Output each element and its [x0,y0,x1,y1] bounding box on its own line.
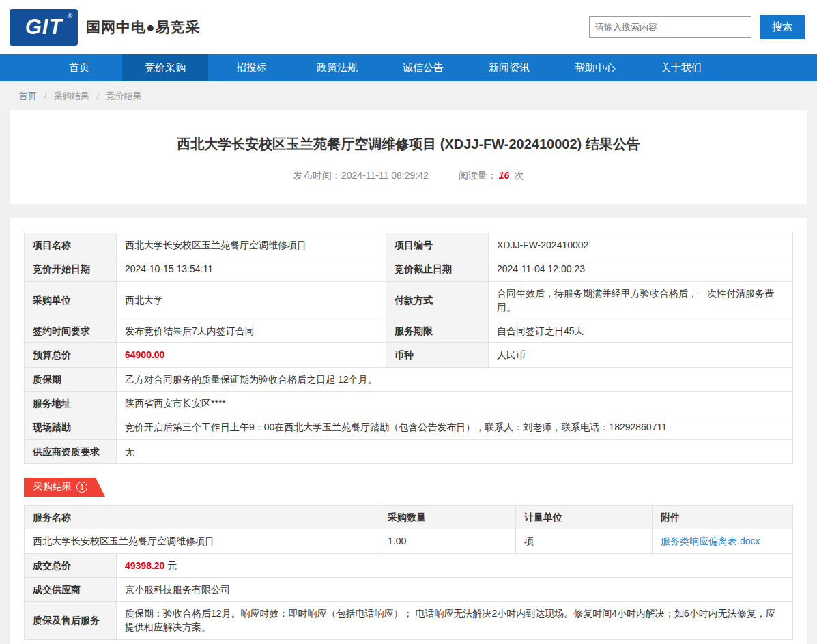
nav-item-bid-procurement[interactable]: 竞价采购 [122,54,208,81]
info-label: 付款方式 [386,281,489,319]
table-row: 供应商资质要求 无 [25,439,793,463]
table-row: 预算总价 64900.00 币种 人民币 [25,343,793,367]
info-value: 陕西省西安市长安区**** [117,392,793,415]
table-row: 竞价开始日期 2024-10-15 13:54:11 竞价截止日期 2024-1… [25,257,793,281]
breadcrumb: 首页 / 采购结果 / 竞价结果 [0,81,817,110]
warranty-label: 质保及售后服务 [25,602,117,640]
table-row: 质保及售后服务 质保期：验收合格后12月。响应时效：即时响应（包括电话响应）； … [25,602,793,640]
info-value: 2024-10-15 13:54:11 [117,257,386,281]
result-ribbon: 采购结果 1 [24,478,105,497]
info-value: 无 [117,439,793,463]
main-nav: 首页 竞价采购 招投标 政策法规 诚信公告 新闻资讯 帮助中心 关于我们 [0,54,817,81]
attachment-cell: 服务类响应偏离表.docx [653,529,793,553]
announcement-body-card: 项目名称 西北大学长安校区玉兰苑餐厅空调维修项目 项目编号 XDJJ-FW-20… [10,218,807,644]
search-bar: 搜索 [589,15,805,39]
info-value: 发布竞价结果后7天内签订合同 [117,319,386,343]
nav-item-news[interactable]: 新闻资讯 [466,54,552,81]
search-button[interactable]: 搜索 [760,15,805,39]
info-value: 人民币 [489,343,793,367]
nav-item-credit-notices[interactable]: 诚信公告 [380,54,466,81]
table-row: 项目名称 西北大学长安校区玉兰苑餐厅空调维修项目 项目编号 XDJJ-FW-20… [25,233,793,257]
info-label: 签约时间要求 [25,319,117,343]
table-row: 服务地址 陕西省西安市长安区**** [25,392,793,415]
info-label: 项目名称 [25,233,117,257]
nav-item-policies[interactable]: 政策法规 [294,54,380,81]
info-value: XDJJ-FW-202410002 [489,233,793,257]
info-value: 乙方对合同服务的质量保证期为验收合格后之日起 12个月。 [117,367,793,391]
supplier-label: 成交供应商 [25,577,117,601]
git-logo[interactable]: GIT ® [10,9,78,46]
breadcrumb-procurement-results[interactable]: 采购结果 [54,91,89,101]
col-attachment: 附件 [653,505,793,529]
info-label: 服务期限 [386,319,489,343]
breadcrumb-bid-results: 竞价结果 [106,91,142,101]
top-header: GIT ® 国网中电●易竞采 搜索 [0,0,817,54]
nav-item-home[interactable]: 首页 [36,54,122,81]
col-unit: 计量单位 [516,505,653,529]
views-count: 16 [499,170,510,181]
info-label: 供应商资质要求 [25,439,117,463]
budget-total-value: 64900.00 [117,343,386,367]
info-value: 2024-11-04 12:00:23 [489,257,793,281]
col-quantity: 采购数量 [379,505,516,529]
info-label: 预算总价 [25,343,117,367]
warranty-value: 质保期：验收合格后12月。响应时效：即时响应（包括电话响应）； 电话响应无法解决… [117,602,793,640]
views-label: 阅读量： [459,170,497,181]
logo-text: GIT [25,15,63,40]
table-row: 成交供应商 京小服科技服务有限公司 [25,577,793,601]
table-row: 现场踏勘 竞价开启后第三个工作日上午9：00在西北大学玉兰苑餐厅踏勘（包含公告发… [25,415,793,439]
col-service-name: 服务名称 [25,505,379,529]
nav-item-help-center[interactable]: 帮助中心 [552,54,638,81]
info-label: 质保期 [25,367,117,391]
ribbon-number-badge: 1 [76,482,87,493]
info-value: 自合同签订之日45天 [489,319,793,343]
publish-time-value: 2024-11-11 08:29:42 [341,170,429,181]
attachment-link[interactable]: 服务类响应偏离表.docx [661,536,760,546]
table-row: 成交总价 49398.20 元 [25,553,793,577]
table-row: 质保期 乙方对合同服务的质量保证期为验收合格后之日起 12个月。 [25,367,793,391]
publish-time-label: 发布时间： [293,170,341,181]
announcement-header-card: 西北大学长安校区玉兰苑餐厅空调维修项目 (XDJJ-FW-202410002) … [10,110,807,204]
deal-price-unit: 元 [167,560,177,571]
supplier-value: 京小服科技服务有限公司 [117,577,793,601]
deal-price-value: 49398.20 [125,560,164,571]
top-header-inner: GIT ® 国网中电●易竞采 搜索 [0,0,817,54]
info-label: 项目编号 [386,233,489,257]
views-group: 阅读量：16 次 [459,170,524,181]
site-title: 国网中电●易竞采 [86,18,201,37]
table-header-row: 服务名称 采购数量 计量单位 附件 [25,505,793,529]
info-label: 采购单位 [25,281,117,319]
result-ribbon-row: 采购结果 1 [24,478,793,497]
quantity-value: 1.00 [379,529,516,553]
result-ribbon-label: 采购结果 [33,481,72,493]
page-title: 西北大学长安校区玉兰苑餐厅空调维修项目 (XDJJ-FW-202410002) … [51,134,766,153]
publish-time-group: 发布时间：2024-11-11 08:29:42 [293,170,431,181]
info-value: 竞价开启后第三个工作日上午9：00在西北大学玉兰苑餐厅踏勘（包含公告发布日），联… [117,415,793,439]
nav-item-tenders[interactable]: 招投标 [208,54,294,81]
article-meta: 发布时间：2024-11-11 08:29:42 阅读量：16 次 [51,170,766,182]
project-info-table: 项目名称 西北大学长安校区玉兰苑餐厅空调维修项目 项目编号 XDJJ-FW-20… [24,233,793,464]
info-label: 竞价开始日期 [25,257,117,281]
info-label: 现场踏勘 [25,415,117,439]
table-row: 西北大学长安校区玉兰苑餐厅空调维修项目 1.00 项 服务类响应偏离表.docx [25,529,793,553]
views-unit: 次 [514,170,524,181]
nav-item-about-us[interactable]: 关于我们 [638,54,724,81]
service-name-value: 西北大学长安校区玉兰苑餐厅空调维修项目 [25,529,379,553]
breadcrumb-separator: / [44,91,47,101]
info-label: 服务地址 [25,392,117,415]
info-value: 西北大学长安校区玉兰苑餐厅空调维修项目 [117,233,386,257]
registered-trademark-icon: ® [68,12,73,20]
info-label: 竞价截止日期 [386,257,489,281]
deal-price-label: 成交总价 [25,553,117,577]
search-input[interactable] [589,16,751,38]
info-value: 西北大学 [117,281,386,319]
breadcrumb-separator: / [97,91,100,101]
table-row: 采购单位 西北大学 付款方式 合同生效后，待服务期满并经甲方验收合格后，一次性付… [25,281,793,319]
table-row: 签约时间要求 发布竞价结果后7天内签订合同 服务期限 自合同签订之日45天 [25,319,793,343]
brand-group: GIT ® 国网中电●易竞采 [10,9,201,46]
breadcrumb-home[interactable]: 首页 [19,91,37,101]
unit-value: 项 [516,529,653,553]
info-label: 币种 [386,343,489,367]
deal-price-cell: 49398.20 元 [117,553,793,577]
info-value: 合同生效后，待服务期满并经甲方验收合格后，一次性付清服务费用。 [489,281,793,319]
